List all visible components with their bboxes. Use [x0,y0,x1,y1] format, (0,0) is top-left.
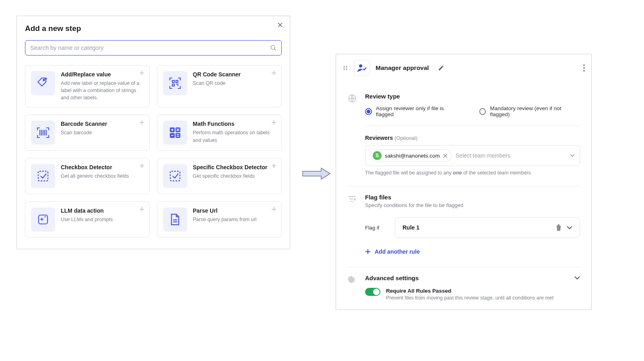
toggle-title: Require All Rules Passed [386,288,553,294]
filter-icon [347,195,358,256]
step-card[interactable]: LLM data actionUse LLMs and prompts [25,201,150,238]
plus-icon [139,120,144,125]
step-grid: Add/Replace valueAdd new label or replac… [25,65,282,238]
panel-title: Manager approval [376,64,429,72]
step-desc: Scan QR code [193,80,276,87]
reviewers-help: The flagged file will be assigned to any… [365,170,580,176]
svg-point-0 [271,45,275,49]
step-desc: Add new label or replace value of a labe… [61,80,144,101]
more-icon[interactable] [583,64,585,72]
plus-icon [365,249,371,254]
step-card[interactable]: QR Code ScannerScan QR code [157,65,282,107]
plus-icon [271,163,277,168]
person-check-icon [354,60,370,76]
svg-point-20 [583,67,584,68]
reviewer-email: sakshi@nanonets.com [385,153,440,159]
svg-point-16 [344,69,345,70]
review-type-label: Review type [365,93,580,100]
radio-icon [365,108,372,115]
svg-point-12 [344,66,345,67]
radio-label: Mandatory review (even if not flagged) [490,105,580,117]
barcode-icon [31,121,55,145]
gear-icon [347,275,358,301]
step-desc: Get all generic checkbox fields [61,172,144,180]
plus-icon [139,163,144,168]
svg-point-17 [346,69,347,70]
approval-step-panel: Manager approval Review type Assign revi… [336,54,592,310]
plus-icon [139,70,144,76]
add-step-modal: Add a new step Add/Replace valueAdd new … [17,16,290,249]
arrow-icon [302,166,331,182]
qr-icon [163,71,187,95]
step-title: Add/Replace value [61,71,144,78]
search-input[interactable] [30,45,270,51]
advanced-settings-toggle[interactable]: Advanced settings [365,275,580,281]
radio-icon [479,108,486,115]
step-desc: Parse query params from url [193,216,276,223]
remove-chip-icon[interactable] [443,154,448,158]
rule-item[interactable]: Rule 1 [395,217,580,238]
svg-rect-4 [172,84,174,86]
advanced-settings-section: Advanced settings Require All Rules Pass… [347,275,580,301]
step-desc: Use LLMs and prompts [61,216,144,223]
radio-label: Assign reviewer only if file is flagged [376,105,461,117]
step-title: Parse Url [193,207,276,214]
step-desc: Scan barcode [61,129,144,136]
sparkle-icon [31,207,55,232]
step-card[interactable]: Add/Replace valueAdd new label or replac… [25,65,150,107]
svg-rect-8 [175,133,180,138]
step-title: Checkbox Detector [61,164,144,170]
avatar: S [373,151,382,160]
chevron-down-icon[interactable] [567,226,572,230]
file-icon [163,207,187,232]
svg-rect-10 [170,171,180,181]
panel-header: Manager approval [336,54,591,82]
search-icon [270,45,277,51]
calc-icon [163,121,187,145]
require-rules-toggle[interactable] [365,288,380,296]
step-card[interactable]: Barcode ScannerScan barcode [25,115,150,151]
trash-icon[interactable] [555,224,562,231]
svg-point-19 [583,64,584,66]
search-field-wrap[interactable] [25,40,282,55]
tag-plus-icon [31,71,55,95]
step-title: Specific Checkbox Detector [193,164,276,170]
add-rule-button[interactable]: Add another rule [365,248,580,255]
step-desc: Perform math operations on labels and va… [193,129,276,144]
toggle-desc: Prevent files from moving past this revi… [386,295,553,301]
step-card[interactable]: Specific Checkbox DetectorGet specific c… [157,158,282,194]
step-card[interactable]: Checkbox DetectorGet all generic checkbo… [25,158,150,194]
checkbox-icon [31,164,55,188]
close-icon[interactable] [277,22,284,29]
plus-icon [271,70,277,76]
reviewers-label: Reviewers (Optional) [365,135,580,141]
step-card[interactable]: Math FunctionsPerform math operations on… [157,115,282,151]
reviewers-placeholder: Select team members [456,152,566,159]
plus-icon [271,120,277,125]
drag-handle-icon[interactable] [343,65,348,71]
svg-point-15 [346,68,347,69]
rule-name: Rule 1 [402,224,419,231]
step-card[interactable]: Parse UrlParse query params from url [157,201,282,238]
svg-point-18 [359,64,362,68]
step-title: Math Functions [193,121,276,127]
advanced-settings-label: Advanced settings [365,275,419,281]
checkbox-icon [163,164,187,188]
caret-down-icon [570,154,575,157]
svg-point-13 [346,66,347,67]
plus-icon [271,207,277,212]
chevron-down-icon [574,276,580,280]
svg-rect-2 [172,80,174,82]
step-title: QR Code Scanner [193,71,276,78]
edit-icon[interactable] [438,65,444,71]
flag-title: Flag files [365,194,580,201]
svg-rect-9 [38,171,48,181]
reviewers-select[interactable]: S sakshi@nanonets.com Select team member… [365,145,580,166]
review-type-section: Review type Assign reviewer only if file… [347,93,580,176]
flag-files-section: Flag files Specify conditions for the fi… [347,194,580,256]
radio-mandatory[interactable]: Mandatory review (even if not flagged) [479,105,580,117]
step-desc: Get specific checkbox fields [193,172,276,180]
svg-point-14 [344,68,345,69]
svg-point-21 [583,70,584,71]
radio-assign-if-flagged[interactable]: Assign reviewer only if file is flagged [365,105,461,117]
